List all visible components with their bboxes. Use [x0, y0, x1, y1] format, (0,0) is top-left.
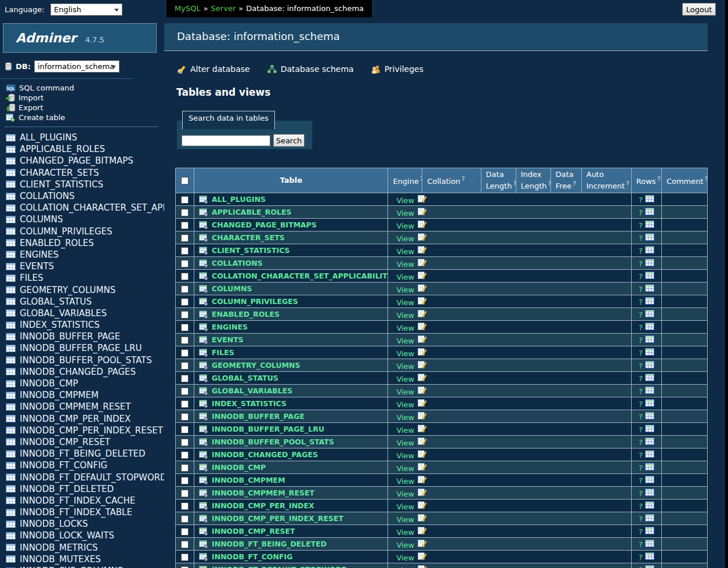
table-structure-link[interactable]: COLLATION_CHARACTER_SET_APPLICABILITY [212, 272, 388, 280]
alter-view-link[interactable] [418, 426, 427, 435]
table-structure-link[interactable]: INNODB_FT_CONFIG [212, 552, 292, 561]
sidebar-action-export[interactable]: Export [6, 103, 74, 113]
alter-view-link[interactable] [418, 247, 427, 256]
select-data-link[interactable] [645, 272, 654, 281]
row-checkbox[interactable] [181, 541, 189, 548]
column-help-link[interactable]: ? [420, 175, 422, 183]
view-link[interactable]: View [396, 426, 414, 435]
sidebar-table-link[interactable]: INNODB_BUFFER_PAGE_LRU [20, 343, 142, 353]
alter-view-link[interactable] [418, 298, 427, 307]
view-link[interactable]: View [396, 400, 414, 409]
rows-count-link[interactable]: ? [639, 374, 643, 383]
alter-database-link[interactable]: Alter database [177, 64, 250, 74]
view-link[interactable]: View [396, 553, 414, 562]
view-link[interactable]: View [396, 413, 414, 422]
row-checkbox[interactable] [181, 464, 189, 472]
row-checkbox[interactable] [181, 502, 189, 510]
alter-view-link[interactable] [418, 566, 427, 568]
rows-count-link[interactable]: ? [639, 221, 643, 230]
table-structure-link[interactable]: CLIENT_STATISTICS [212, 246, 290, 255]
table-structure-link[interactable]: CHARACTER_SETS [212, 233, 285, 242]
select-data-link[interactable] [645, 489, 654, 498]
alter-view-link[interactable] [418, 553, 427, 562]
alter-view-link[interactable] [418, 196, 427, 205]
alter-view-link[interactable] [418, 528, 427, 537]
select-data-link[interactable] [645, 259, 654, 268]
sidebar-table-link[interactable]: INNODB_MUTEXES [20, 554, 101, 565]
sidebar-table-link[interactable]: INNODB_LOCK_WAITS [20, 530, 114, 541]
table-structure-link[interactable]: INNODB_FT_BEING_DELETED [212, 540, 327, 548]
rows-count-link[interactable]: ? [639, 349, 643, 357]
table-structure-link[interactable]: INNODB_CMPMEM_RESET [212, 489, 314, 497]
rows-count-link[interactable]: ? [639, 361, 643, 370]
rows-count-link[interactable]: ? [639, 489, 643, 498]
search-input[interactable] [182, 135, 270, 146]
rows-count-link[interactable]: ? [639, 413, 643, 421]
row-checkbox[interactable] [181, 298, 189, 306]
alter-view-link[interactable] [418, 273, 427, 281]
sidebar-table-link[interactable]: GEOMETRY_COLUMNS [20, 285, 115, 295]
column-help-link[interactable]: ? [626, 180, 629, 187]
view-link[interactable]: View [396, 285, 414, 294]
sidebar-table-link[interactable]: INNODB_BUFFER_PAGE [20, 331, 120, 342]
rows-count-link[interactable]: ? [639, 387, 643, 396]
view-link[interactable]: View [396, 490, 414, 498]
table-structure-link[interactable]: INNODB_CMP_RESET [212, 527, 295, 536]
view-link[interactable]: View [396, 515, 414, 524]
sidebar-table-link[interactable]: INNODB_METRICS [20, 542, 97, 553]
sidebar-action-create-table[interactable]: Create table [6, 113, 74, 122]
column-help-link[interactable]: ? [657, 175, 661, 183]
table-structure-link[interactable]: GEOMETRY_COLUMNS [212, 361, 300, 370]
sidebar-table-link[interactable]: INNODB_FT_DEFAULT_STOPWORD [20, 472, 164, 483]
table-structure-link[interactable]: ALL_PLUGINS [212, 195, 266, 204]
row-checkbox[interactable] [181, 311, 189, 319]
alter-view-link[interactable] [418, 260, 427, 269]
rows-count-link[interactable]: ? [639, 566, 643, 568]
table-structure-link[interactable]: INNODB_CMP_PER_INDEX [212, 501, 314, 510]
row-checkbox[interactable] [181, 413, 189, 421]
select-data-link[interactable] [645, 540, 654, 549]
view-link[interactable]: View [396, 260, 414, 269]
alter-view-link[interactable] [418, 490, 427, 498]
select-data-link[interactable] [645, 196, 654, 204]
view-link[interactable]: View [396, 477, 414, 486]
row-checkbox[interactable] [181, 349, 189, 357]
alter-view-link[interactable] [418, 400, 427, 409]
alter-view-link[interactable] [418, 502, 427, 511]
view-link[interactable]: View [396, 528, 414, 537]
sidebar-table-link[interactable]: CHANGED_PAGE_BITMAPS [20, 155, 133, 166]
rows-count-link[interactable]: ? [639, 323, 643, 332]
table-structure-link[interactable]: EVENTS [212, 335, 244, 344]
alter-view-link[interactable] [418, 337, 427, 345]
table-structure-link[interactable]: INDEX_STATISTICS [212, 399, 287, 408]
row-checkbox[interactable] [181, 209, 189, 216]
sidebar-table-link[interactable]: INNODB_CMP_RESET [20, 437, 110, 447]
rows-count-link[interactable]: ? [639, 208, 643, 217]
table-structure-link[interactable]: INNODB_BUFFER_POOL_STATS [212, 437, 334, 446]
database-schema-link[interactable]: Database schema [267, 64, 354, 74]
view-link[interactable]: View [396, 502, 414, 511]
row-checkbox[interactable] [181, 388, 189, 395]
select-data-link[interactable] [645, 310, 654, 319]
rows-count-link[interactable]: ? [639, 400, 643, 408]
select-data-link[interactable] [645, 361, 654, 370]
breadcrumb-link[interactable]: Server [211, 4, 236, 13]
rows-count-link[interactable]: ? [639, 234, 643, 243]
view-link[interactable]: View [396, 439, 414, 447]
row-checkbox[interactable] [181, 247, 189, 255]
rows-count-link[interactable]: ? [639, 336, 643, 345]
row-checkbox[interactable] [181, 375, 189, 382]
select-data-link[interactable] [645, 476, 654, 485]
db-select[interactable]: information_schema [34, 60, 119, 73]
view-link[interactable]: View [396, 337, 414, 345]
row-checkbox[interactable] [181, 196, 189, 204]
sidebar-table-link[interactable]: FILES [20, 273, 43, 283]
sidebar-table-link[interactable]: INNODB_CMP_PER_INDEX [20, 414, 131, 424]
view-link[interactable]: View [396, 209, 414, 218]
table-structure-link[interactable]: APPLICABLE_ROLES [212, 208, 292, 216]
view-link[interactable]: View [396, 362, 414, 371]
rows-count-link[interactable]: ? [639, 438, 643, 447]
row-checkbox[interactable] [181, 273, 189, 280]
select-data-link[interactable] [645, 502, 654, 511]
alter-view-link[interactable] [418, 477, 427, 486]
